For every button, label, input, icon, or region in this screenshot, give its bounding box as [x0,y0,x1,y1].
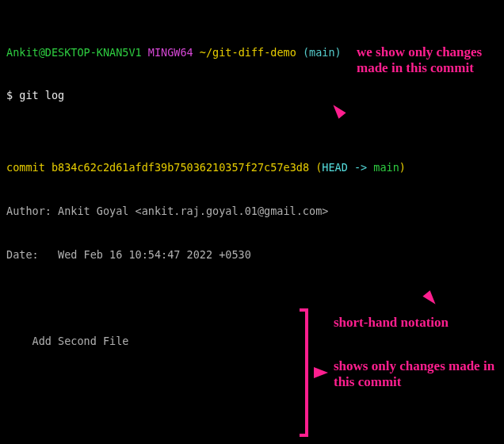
commit-msg: Add Second File [6,334,498,348]
prompt-line: Ankit@DESKTOP-KNAN5V1 MINGW64 ~/git-diff… [6,45,498,59]
commit-date: Date: Wed Feb 16 10:54:47 2022 +0530 [6,247,498,262]
cmd-git-log: $ git log [6,88,498,102]
commit-hash-line: commit b834c62c2d61afdf39b75036210357f27… [6,160,498,174]
blank [6,377,498,392]
blank [6,290,498,304]
terminal[interactable]: Ankit@DESKTOP-KNAN5V1 MINGW64 ~/git-diff… [0,0,504,444]
commit-author: Author: Ankit Goyal <ankit.raj.goyal.01@… [6,204,498,218]
